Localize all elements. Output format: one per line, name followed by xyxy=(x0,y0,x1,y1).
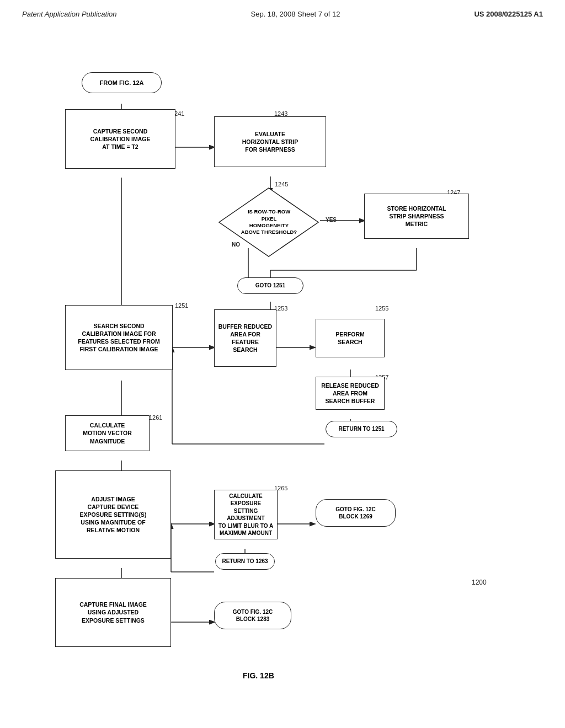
goto-12c-1269: GOTO FIG. 12C BLOCK 1269 xyxy=(316,499,396,527)
ref-1255: 1255 xyxy=(375,305,388,312)
block-1265: CALCULATE EXPOSURE SETTING ADJUSTMENT TO… xyxy=(214,490,278,539)
diagram-area: FROM FIG. 12A 1241 CAPTURE SECOND CALIBR… xyxy=(0,24,565,697)
block-1279: CAPTURE FINAL IMAGE USING ADJUSTED EXPOS… xyxy=(55,578,171,647)
block-1245: IS ROW-TO-ROW PIXEL HOMOGENEITY ABOVE TH… xyxy=(218,186,320,258)
ref-1251: 1251 xyxy=(175,302,188,309)
fig-label: FIG. 12B xyxy=(243,671,274,680)
header-right: US 2008/0225125 A1 xyxy=(474,10,543,18)
ref-1200: 1200 xyxy=(472,579,487,586)
yes-label: YES xyxy=(326,217,337,223)
block-1241: CAPTURE SECOND CALIBRATION IMAGE AT TIME… xyxy=(65,109,175,169)
header-left: Patent Application Publication xyxy=(22,10,117,18)
page-header: Patent Application Publication Sep. 18, … xyxy=(0,0,565,24)
block-1255: PERFORM SEARCH xyxy=(316,319,385,357)
ref-1261: 1261 xyxy=(149,414,162,421)
block-1251: SEARCH SECOND CALIBRATION IMAGE FOR FEAT… xyxy=(65,305,173,370)
goto-12c-1283: GOTO FIG. 12C BLOCK 1283 xyxy=(214,602,291,629)
block-1257: RELEASE REDUCED AREA FROM SEARCH BUFFER xyxy=(316,377,385,410)
block-1253: BUFFER REDUCED AREA FOR FEATURE SEARCH xyxy=(214,309,276,367)
header-center: Sep. 18, 2008 Sheet 7 of 12 xyxy=(251,10,340,18)
block-1263: ADJUST IMAGE CAPTURE DEVICE EXPOSURE SET… xyxy=(55,470,171,559)
page: Patent Application Publication Sep. 18, … xyxy=(0,0,565,728)
block-1243: EVALUATE HORIZONTAL STRIP FOR SHARPNESS xyxy=(214,116,326,167)
from-fig-12a: FROM FIG. 12A xyxy=(82,72,162,93)
block-1261: CALCULATE MOTION VECTOR MAGNITUDE xyxy=(65,415,150,451)
block-1247: STORE HORIZONTAL STRIP SHARPNESS METRIC xyxy=(364,194,469,239)
return-1263: RETURN TO 1263 xyxy=(215,553,275,570)
return-1251: RETURN TO 1251 xyxy=(326,421,397,437)
goto-1251: GOTO 1251 xyxy=(237,277,303,294)
